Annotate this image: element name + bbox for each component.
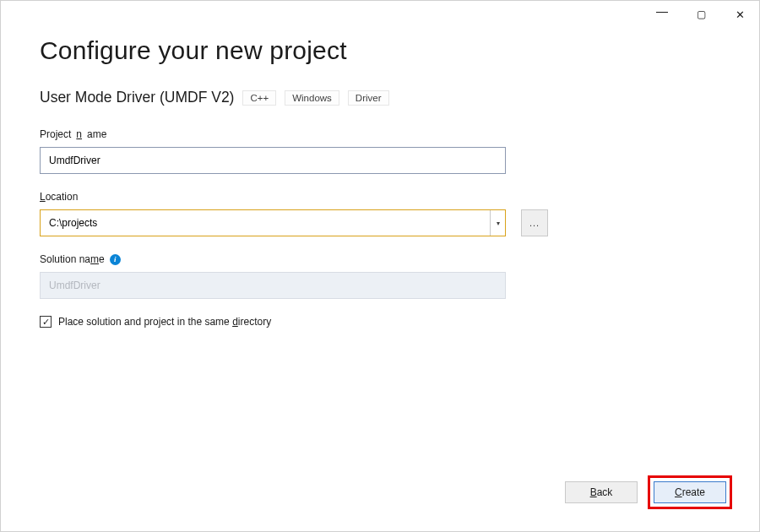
close-icon: ✕ (736, 8, 745, 21)
solution-name-input: UmdfDriver (40, 272, 506, 299)
browse-button[interactable]: ... (521, 209, 548, 236)
label-mnemonic: m (90, 253, 99, 265)
label-mnemonic: C (675, 486, 682, 498)
maximize-icon: ▢ (697, 8, 706, 20)
label-text: Project (40, 128, 71, 140)
label-text: Solution na (40, 253, 90, 265)
maximize-button[interactable]: ▢ (681, 2, 720, 27)
label-text: Place solution and project in the same (58, 316, 232, 328)
template-name: User Mode Driver (UMDF V2) (40, 89, 234, 106)
template-row: User Mode Driver (UMDF V2) C++ Windows D… (40, 89, 720, 106)
location-input[interactable] (41, 210, 490, 236)
label-text: ame (87, 128, 106, 140)
project-name-input[interactable] (40, 147, 506, 174)
label-text: e (99, 253, 105, 265)
check-icon: ✓ (42, 318, 50, 327)
label-text: ack (597, 486, 613, 498)
solution-name-value: UmdfDriver (49, 280, 100, 291)
label-mnemonic: L (40, 191, 46, 203)
same-directory-label: Place solution and project in the same d… (58, 316, 271, 328)
template-tag: C++ (242, 90, 276, 106)
location-combobox[interactable]: ▾ (40, 209, 506, 236)
label-text: irectory (238, 316, 271, 328)
template-tag: Driver (348, 90, 389, 106)
ellipsis-icon: ... (529, 218, 540, 228)
back-button[interactable]: Back (565, 481, 638, 503)
same-directory-checkbox[interactable]: ✓ (40, 316, 52, 328)
label-text: reate (682, 486, 705, 498)
location-label: Location (40, 191, 720, 203)
close-button[interactable]: ✕ (720, 2, 759, 27)
info-icon[interactable]: i (110, 254, 121, 265)
chevron-down-icon[interactable]: ▾ (490, 210, 505, 236)
label-mnemonic: B (590, 486, 597, 498)
solution-name-label: Solution name i (40, 253, 720, 265)
create-highlight: Create (648, 475, 732, 509)
page-title: Configure your new project (40, 36, 720, 65)
label-text: ocation (46, 191, 79, 203)
minimize-button[interactable]: — (643, 0, 681, 24)
create-button[interactable]: Create (654, 481, 726, 503)
minimize-icon: — (656, 4, 668, 18)
label-mnemonic: n (76, 128, 82, 140)
project-name-label: Project name (40, 128, 720, 140)
label-mnemonic: d (232, 316, 238, 328)
template-tag: Windows (285, 90, 339, 106)
